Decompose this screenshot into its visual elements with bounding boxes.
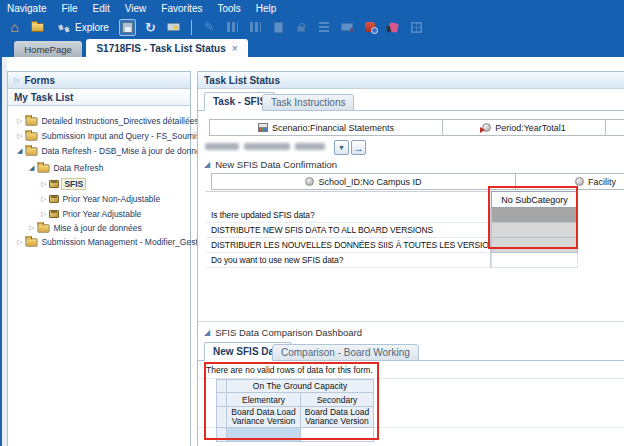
tree-item-sfis[interactable]: ▷ SFIS (41, 177, 85, 191)
home-icon[interactable] (6, 19, 23, 36)
folder-icon (26, 117, 38, 125)
lock-icon (293, 19, 310, 36)
section-divider (198, 321, 624, 322)
tree-item-prior-year-adjustable[interactable]: ▷ Prior Year Adjustable (41, 207, 141, 221)
form-pov-bar: School_ID:No Campus ID Facility (211, 173, 624, 190)
tree-item-data-refresh[interactable]: ◢ Data Refresh (29, 161, 103, 175)
task-folder-icon (49, 210, 59, 218)
main-panel: Task List Status Task - SFIS Task Instru… (197, 71, 624, 446)
dashboard-tab-strip: New SFIS Data Comparison - Board Working (198, 340, 624, 361)
folder-icon (38, 164, 50, 172)
confirmation-section-header[interactable]: ◢ New SFIS Data Confirmation (204, 159, 337, 170)
grid-cell[interactable] (491, 238, 578, 253)
columns2-icon (247, 19, 264, 36)
columns-icon (224, 19, 241, 36)
pov-bar: Scenario:Financial Statements Period:Yea… (209, 119, 624, 136)
grid-cell[interactable] (491, 208, 578, 223)
row-header-stub (216, 428, 227, 442)
toolbar-separator (191, 20, 192, 35)
folder-icon (38, 224, 50, 232)
page-dropdown-button[interactable]: ▼ (334, 140, 349, 155)
open-folder-icon[interactable] (29, 19, 46, 36)
menu-favorites[interactable]: Favorites (161, 3, 202, 14)
refresh-icon[interactable] (142, 19, 159, 36)
chevron-expanded-icon[interactable]: ◢ (17, 147, 22, 155)
menu-tools[interactable]: Tools (217, 3, 240, 14)
grid-cell[interactable] (491, 253, 578, 268)
explore-button[interactable]: Explore (75, 22, 109, 33)
document-tab-bar: HomePage S1718FIS - Task List Status × (0, 38, 624, 57)
print-icon[interactable] (165, 19, 182, 36)
no-data-message: There are no valid rows of data for this… (206, 365, 373, 375)
folder-icon (26, 238, 38, 246)
chevron-right-icon[interactable]: ▷ (29, 224, 34, 232)
chevron-right-icon[interactable]: ▷ (17, 117, 22, 125)
tree-item-mise-a-jour[interactable]: ▷ Mise à jour de données (29, 221, 142, 235)
format-run-icon[interactable] (385, 19, 402, 36)
cell-header-board-data-load: Board Data Load Variance Version (301, 407, 374, 428)
tree-item-prior-year-non-adjustable[interactable]: ▷ Prior Year Non-Adjustable (41, 192, 160, 206)
dashboard-section-header[interactable]: ◢ SFIS Data Comparison Dashboard (204, 327, 362, 338)
explore-icon[interactable] (52, 19, 69, 36)
chevron-right-icon[interactable]: ▷ (41, 210, 46, 218)
menu-help[interactable]: Help (256, 3, 277, 14)
menu-file[interactable]: File (61, 3, 77, 14)
chevron-right-icon[interactable]: ▷ (17, 132, 22, 140)
tree-item-submission-management[interactable]: ▷ Submission Management - Modifier_Gesti… (17, 235, 200, 249)
chevron-expanded-icon[interactable]: ◢ (29, 164, 34, 172)
dashboard-table: On The Ground Capacity Elementary Second… (216, 379, 374, 443)
tree-item-data-refresh-group[interactable]: ◢ Data Refresh - DSB_Mise à jour de donn… (17, 144, 200, 158)
mail-approve-icon (339, 19, 356, 36)
save-icon[interactable] (119, 19, 136, 36)
task-list-icon (316, 19, 333, 36)
grid-row-label: Is there updated SFIS data? (206, 208, 491, 223)
pov-clipped-cell[interactable] (606, 119, 624, 136)
grid-icon (408, 19, 425, 36)
task-tree: ▷ Detailed Instructions_Directives détai… (8, 107, 200, 445)
chevron-right-icon[interactable]: ▷ (41, 195, 46, 203)
database-refresh-icon[interactable] (362, 19, 379, 36)
grid-column-header: No SubCategory (491, 191, 578, 208)
grid-row-label: Do you want to use new SFIS data? (206, 253, 491, 268)
document-icon (270, 19, 287, 36)
period-icon (482, 123, 491, 132)
data-cell[interactable] (301, 428, 374, 442)
chevron-right-icon[interactable]: ▷ (41, 180, 46, 188)
tree-item-detailed-instructions[interactable]: ▷ Detailed Instructions_Directives détai… (17, 114, 199, 128)
chevron-right-icon[interactable]: ▷ (17, 238, 22, 246)
folder-icon (26, 132, 38, 140)
page-member-redacted-value (205, 143, 325, 150)
edit-pencil-icon (201, 19, 218, 36)
menu-bar: Navigate File Edit View Favorites Tools … (0, 0, 624, 16)
menu-edit[interactable]: Edit (93, 3, 110, 14)
row-header-stub (216, 379, 227, 393)
row-header-stub (216, 407, 227, 428)
close-tab-icon[interactable]: × (232, 43, 238, 54)
tab-task-list-status[interactable]: S1718FIS - Task List Status × (86, 39, 248, 57)
collapse-triangle-icon[interactable]: ◢ (204, 160, 210, 169)
menu-navigate[interactable]: Navigate (7, 3, 46, 14)
tab-task-instructions[interactable]: Task Instructions (262, 94, 354, 111)
cell-header-board-data-load: Board Data Load Variance Version (227, 407, 301, 428)
collapse-triangle-icon[interactable]: ◢ (204, 328, 210, 337)
tree-item-submission-input[interactable]: ▷ Submission Input and Query - FS_Soumis… (17, 129, 200, 143)
folder-icon (26, 147, 38, 155)
pov-school-id[interactable]: School_ID:No Campus ID (211, 173, 516, 190)
column-header-elementary: Elementary (227, 393, 301, 407)
pov-facility[interactable]: Facility (516, 173, 624, 190)
go-button[interactable]: → (351, 140, 366, 155)
scenario-icon (258, 123, 268, 132)
forms-section-header[interactable]: ▷ Forms (8, 72, 190, 89)
task-folder-icon (49, 180, 59, 188)
tab-homepage[interactable]: HomePage (14, 41, 82, 57)
selected-data-cell[interactable] (227, 428, 301, 442)
grid-cell[interactable] (491, 223, 578, 238)
tab-comparison-board-working[interactable]: Comparison - Board Working (272, 344, 419, 361)
grid-row-label: DISTRIBUER LES NOUVELLES DONNÉES SIIS À … (206, 238, 491, 253)
my-task-list-header[interactable]: My Task List (8, 89, 190, 106)
chevron-right-icon[interactable]: ▷ (14, 76, 19, 84)
menu-view[interactable]: View (125, 3, 147, 14)
column-header-secondary: Secondary (301, 393, 374, 407)
pov-period[interactable]: Period:YearTotal1 (443, 119, 606, 136)
pov-scenario[interactable]: Scenario:Financial Statements (209, 119, 443, 136)
